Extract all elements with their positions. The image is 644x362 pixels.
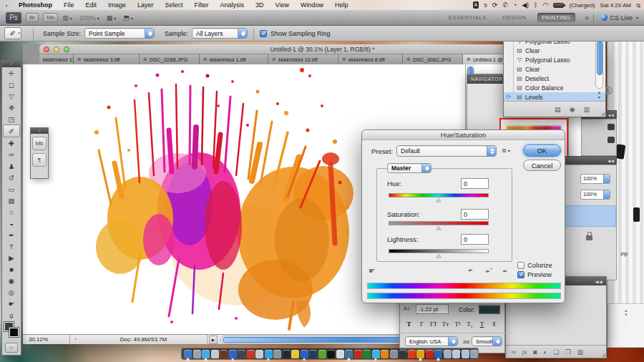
screen-mode-icon[interactable]: ⬒▾ xyxy=(123,14,133,21)
dock-app-icon[interactable] xyxy=(399,350,406,358)
status-zoom-level[interactable]: 30.12% xyxy=(23,335,70,345)
new-snapshot-icon[interactable]: ◉ xyxy=(570,106,575,113)
pen-tool[interactable]: ✒ xyxy=(2,229,21,240)
close-tab-icon[interactable]: ⊗ xyxy=(272,57,276,62)
hand-tool[interactable]: ☛ xyxy=(2,298,21,309)
shape-tool[interactable]: ■ xyxy=(2,263,21,275)
preview-checkbox[interactable] xyxy=(517,271,525,278)
type-tool[interactable]: T xyxy=(2,240,21,252)
new-document-from-state-icon[interactable]: ▤ xyxy=(555,106,561,113)
sample-size-select[interactable]: Point Sample xyxy=(84,28,155,39)
dock-app-icon[interactable] xyxy=(381,350,389,358)
layer-style-icon[interactable]: fx xyxy=(522,348,527,356)
move-tool[interactable]: ✛ xyxy=(2,67,21,79)
history-source-cell[interactable] xyxy=(504,74,514,83)
close-tab-icon[interactable]: ⊗ xyxy=(77,57,82,62)
type-style-button-tst[interactable]: Ŧ xyxy=(489,319,499,329)
dock-app-icon[interactable] xyxy=(202,350,210,358)
text-color-swatch[interactable] xyxy=(479,305,500,314)
layer-mask-icon[interactable]: ◙ xyxy=(533,348,537,356)
dock-app-icon[interactable] xyxy=(283,350,291,358)
menu-item-layer[interactable]: Layer xyxy=(132,0,160,10)
collapse-icon[interactable]: ◀◀ xyxy=(595,279,602,284)
document-tab[interactable]: ⊗kkkkhhklol 10.tiff xyxy=(268,54,338,64)
os-dock[interactable] xyxy=(181,348,479,360)
adjustment-layer-icon[interactable]: ◐ xyxy=(543,348,547,356)
bridge-button[interactable]: Br xyxy=(26,13,39,22)
workspace-painting[interactable]: PAINTING xyxy=(537,13,575,22)
close-tab-icon[interactable]: ⊗ xyxy=(406,57,411,62)
preset-select[interactable]: Default xyxy=(396,145,497,157)
link-layers-icon[interactable]: ∞ xyxy=(512,348,516,356)
dock-app-icon[interactable] xyxy=(363,350,371,358)
document-tab[interactable]: kkkkhhklol 11.tiff xyxy=(39,54,74,64)
mini-bridge-button[interactable]: Mb xyxy=(32,137,47,150)
blur-tool[interactable]: ○ xyxy=(2,206,21,217)
type-style-button-ti[interactable]: T xyxy=(416,319,426,329)
background-color-swatch[interactable] xyxy=(9,328,19,337)
dock-app-icon[interactable] xyxy=(273,350,281,358)
path-selection-tool[interactable]: ▶ xyxy=(2,252,21,263)
eyedropper-add-icon[interactable]: ✒+ xyxy=(484,266,494,275)
history-state-clear[interactable]: ▤Clear xyxy=(504,64,605,74)
dock-app-icon[interactable] xyxy=(229,350,237,358)
eyedropper-subtract-icon[interactable]: ✒- xyxy=(502,266,509,275)
resize-grip[interactable]: ◢ xyxy=(601,111,605,117)
history-state-clear[interactable]: ▤Clear xyxy=(504,46,605,55)
menu-item-photoshop[interactable]: Photoshop xyxy=(13,0,58,10)
layers-dock-header[interactable]: ◀◀ xyxy=(564,156,617,165)
selected-layer-row[interactable] xyxy=(565,205,616,227)
phone-icon[interactable]: ✆ xyxy=(502,1,508,9)
time-machine-icon[interactable]: ◔ xyxy=(513,1,517,9)
menu-item-window[interactable]: Window xyxy=(295,0,329,10)
layer-fill-field[interactable]: 100% xyxy=(580,190,610,200)
history-scrollbar-thumb[interactable] xyxy=(597,41,602,75)
bluetooth-icon[interactable]: ᛒ xyxy=(534,1,537,9)
saturation-field[interactable]: 0 xyxy=(461,209,489,220)
desktop-zip-file-label[interactable]: zip xyxy=(620,250,628,257)
status-menu-arrow[interactable]: ▶ xyxy=(209,336,218,344)
language-select[interactable]: English: USA xyxy=(405,336,458,346)
apple-menu-icon[interactable] xyxy=(0,0,13,10)
dock-app-icon[interactable] xyxy=(318,350,326,358)
new-layer-icon[interactable]: ❐ xyxy=(565,348,571,356)
dock-app-icon[interactable] xyxy=(327,350,335,358)
quick-mask-button[interactable]: ○ xyxy=(5,343,18,353)
sync-icon[interactable]: ⟳ xyxy=(492,1,498,9)
history-state-deselect[interactable]: ▤Deselect xyxy=(504,74,605,83)
3d-rotate-tool[interactable]: ◉ xyxy=(2,275,21,286)
history-state-polygonal-lasso[interactable]: ▽Polygonal Lasso xyxy=(504,55,605,64)
clone-stamp-tool[interactable]: ♟ xyxy=(2,160,21,172)
dock-app-icon[interactable] xyxy=(434,350,442,358)
colorize-checkbox[interactable] xyxy=(517,262,525,269)
dock-app-icon[interactable] xyxy=(265,350,273,358)
sample-select[interactable]: All Layers xyxy=(192,28,248,39)
baseline-shift-field[interactable]: -1.22 pt xyxy=(416,304,449,314)
saturation-slider-marker[interactable] xyxy=(436,226,441,230)
hue-field[interactable]: 0 xyxy=(461,178,489,189)
dock-app-icon[interactable] xyxy=(220,350,228,358)
tool-preset-picker[interactable]: ✐▾ xyxy=(4,27,21,39)
dialog-title-bar[interactable]: Hue/Saturation xyxy=(362,130,565,140)
menu-item-filter[interactable]: Filter xyxy=(189,0,215,10)
dock-app-icon[interactable] xyxy=(211,350,219,358)
layer-opacity-field[interactable]: 100% xyxy=(580,174,610,184)
marquee-tool[interactable]: ◻ xyxy=(2,79,21,90)
menu-item-file[interactable]: File xyxy=(58,0,80,10)
panel-icon[interactable] xyxy=(608,137,615,143)
history-source-cell[interactable] xyxy=(504,55,514,64)
eyedropper-tool[interactable]: ✐ xyxy=(3,124,20,137)
wifi-icon[interactable]: ◠ xyxy=(543,1,549,9)
layer-group-icon[interactable]: ❏ xyxy=(553,348,559,356)
dock-app-icon[interactable] xyxy=(309,350,317,358)
dock-app-icon[interactable] xyxy=(184,350,192,358)
crop-tool[interactable]: ◳ xyxy=(2,113,21,124)
history-brush-tool[interactable]: ↺ xyxy=(2,172,21,183)
view-extras-icon[interactable]: ▥▾ xyxy=(62,14,72,21)
mini-bridge-button[interactable]: Mb xyxy=(43,13,58,22)
panel-icon[interactable] xyxy=(608,124,615,130)
anti-alias-select[interactable]: Smooth xyxy=(472,336,502,346)
dock-app-icon[interactable] xyxy=(193,350,201,358)
delete-state-icon[interactable]: ▥ xyxy=(583,106,590,113)
type-style-button-tsub[interactable]: T₁ xyxy=(464,319,475,329)
